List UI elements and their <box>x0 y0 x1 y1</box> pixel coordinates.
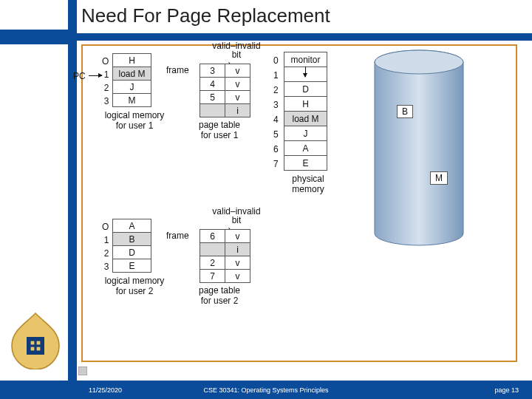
cell: 2 <box>200 256 225 270</box>
cell: 7 <box>200 270 225 283</box>
cell: A <box>113 219 151 233</box>
svg-rect-6 <box>37 347 41 351</box>
idx-cell: 1 <box>273 68 279 83</box>
cell: load M <box>284 112 327 126</box>
monitor-arrow-icon <box>305 66 306 77</box>
idx-cell: O <box>102 55 109 68</box>
cell: A <box>284 141 327 156</box>
cell: D <box>284 82 327 97</box>
pc-arrow-icon <box>89 75 102 76</box>
svg-point-1 <box>375 50 463 74</box>
idx-cell: 2 <box>102 81 109 95</box>
idx-cell: 6 <box>273 142 279 157</box>
cell: E <box>284 156 327 171</box>
idx-cell: 2 <box>273 83 279 98</box>
idx-cell: 1 <box>102 68 109 81</box>
pt1-frame-label: frame <box>166 65 189 75</box>
horizontal-stripe <box>0 33 532 41</box>
pt1-vib-label: valid–invalid bit <box>208 41 265 59</box>
logo-icon <box>6 310 65 369</box>
disk-icon <box>371 49 467 248</box>
svg-rect-2 <box>27 337 44 355</box>
idx-cell: 7 <box>273 157 279 171</box>
logical2-table: A B D E <box>112 219 151 273</box>
pc-label: PC <box>73 71 86 81</box>
cell: load M <box>113 67 151 81</box>
idx-cell: 3 <box>273 98 279 112</box>
cell: 3 <box>200 64 225 78</box>
cell: v <box>225 270 250 283</box>
footer-bar: 11/25/2020 CSE 30341: Operating Systems … <box>0 381 532 399</box>
cell: M <box>113 94 151 107</box>
cell: v <box>225 78 250 91</box>
cell: monitor <box>284 52 327 67</box>
svg-rect-3 <box>31 341 35 345</box>
pt2-table: 6v i 2v 7v <box>200 229 250 283</box>
pt2-frame-label: frame <box>166 231 189 241</box>
cell: 6 <box>200 230 225 243</box>
disk-block-m: M <box>430 171 448 185</box>
idx-cell: 2 <box>102 247 109 260</box>
pt1-table: 3v 4v 5v i <box>200 64 250 117</box>
slide-title: Need For Page Replacement <box>81 4 330 27</box>
cell: 4 <box>200 78 225 91</box>
logical2-index: O 1 2 3 <box>102 220 109 273</box>
idx-cell: 5 <box>273 127 279 142</box>
idx-cell: O <box>102 220 109 233</box>
footer-date: 11/25/2020 <box>89 386 122 394</box>
pt2-label: page table for user 2 <box>186 285 253 306</box>
cell: v <box>225 256 250 270</box>
idx-cell: 3 <box>102 260 109 273</box>
cell: i <box>225 243 250 256</box>
idx-cell: 3 <box>102 95 109 108</box>
cell <box>200 243 225 256</box>
cell: H <box>284 97 327 112</box>
cell: 5 <box>200 91 225 104</box>
cell: J <box>113 81 151 94</box>
cell: E <box>113 259 151 273</box>
cell: v <box>225 230 250 243</box>
cell: H <box>113 54 151 67</box>
idx-cell: 0 <box>273 53 279 68</box>
vertical-stripe <box>68 0 77 399</box>
diagram: PC O 1 2 3 H load M J M logical memory f… <box>83 46 516 361</box>
physical-index: 0 1 2 3 4 5 6 7 <box>273 53 279 171</box>
disk-block-b: B <box>397 105 413 118</box>
logical2-label: logical memory for user 2 <box>98 276 171 296</box>
logical1-label: logical memory for user 1 <box>98 110 171 131</box>
idx-cell: 1 <box>102 233 109 247</box>
cell: D <box>113 246 151 259</box>
cell: i <box>225 104 250 117</box>
content-frame: PC O 1 2 3 H load M J M logical memory f… <box>81 44 517 362</box>
cell <box>200 104 225 117</box>
pt1-label: page table for user 1 <box>186 120 253 140</box>
cell: J <box>284 126 327 141</box>
small-square-icon <box>78 366 87 375</box>
physical-label: physical memory <box>282 174 334 194</box>
svg-rect-5 <box>31 347 35 351</box>
footer-page: page 13 <box>494 386 519 394</box>
logical1-table: H load M J M <box>112 53 151 107</box>
idx-cell: 4 <box>273 112 279 127</box>
svg-rect-4 <box>37 341 41 345</box>
cell: v <box>225 64 250 78</box>
logical1-index: O 1 2 3 <box>102 55 109 108</box>
footer-course: CSE 30341: Operating Systems Principles <box>203 386 328 394</box>
cell: v <box>225 91 250 104</box>
cell: B <box>113 233 151 246</box>
pt2-vib-label: valid–invalid bit <box>208 207 265 225</box>
